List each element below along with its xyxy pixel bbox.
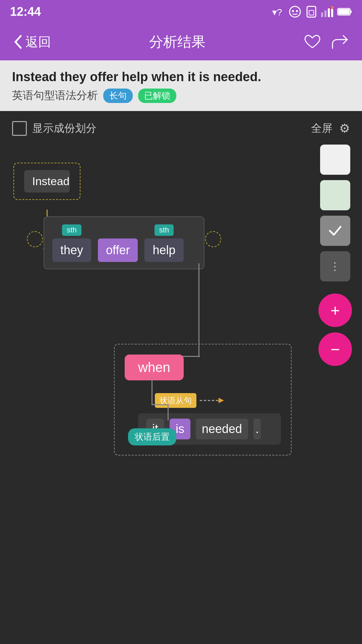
- svg-rect-6: [321, 12, 323, 17]
- they-word[interactable]: they: [52, 238, 91, 262]
- minus-icon: −: [330, 340, 340, 359]
- period-word: .: [253, 419, 261, 439]
- checkbox-label[interactable]: 显示成份划分: [12, 121, 97, 136]
- sentence-meta: 英语句型语法分析 长句 已解锁: [12, 88, 350, 103]
- status-icons: ▾?: [272, 6, 352, 18]
- badge-unlocked: 已解锁: [138, 89, 176, 103]
- gear-icon[interactable]: ⚙: [339, 121, 350, 136]
- page-title: 分析结果: [149, 33, 205, 51]
- status-time: 12:44: [10, 5, 41, 19]
- word-item-they: sth they: [52, 224, 91, 262]
- grammar-label: 英语句型语法分析: [12, 88, 98, 103]
- fullscreen-button[interactable]: 全屏: [311, 121, 333, 136]
- toolbar-row: 显示成份划分 全屏 ⚙: [0, 111, 362, 143]
- more-btn[interactable]: ⋮: [320, 251, 350, 281]
- offer-word[interactable]: offer: [98, 238, 138, 262]
- side-controls: ⋮ + −: [318, 145, 352, 366]
- svg-rect-14: [338, 9, 350, 14]
- placeholder-right: [205, 231, 221, 247]
- word-item-help: sth help: [144, 224, 183, 262]
- color-btn-lightgray[interactable]: [320, 180, 350, 210]
- sentence-text: Instead they offer help when it is neede…: [12, 70, 350, 84]
- adv-badge: 状语后置: [128, 428, 176, 445]
- color-btn-white[interactable]: [320, 145, 350, 175]
- sub-clause-row: 状语从句: [155, 393, 281, 408]
- svg-rect-5: [309, 10, 314, 15]
- back-label: 返回: [25, 34, 51, 51]
- svg-text:▾?: ▾?: [272, 7, 282, 17]
- sentence-header: Instead they offer help when it is neede…: [0, 60, 362, 111]
- svg-marker-19: [219, 398, 224, 403]
- svg-rect-4: [307, 6, 316, 17]
- top-actions: [304, 34, 349, 50]
- svg-point-1: [290, 6, 300, 17]
- canvas-area: 显示成份划分 全屏 ⚙ ⋮ + − Instead: [0, 111, 362, 597]
- checkbox-text: 显示成份划分: [32, 121, 97, 136]
- diagram: Instead 主句 sth they: [7, 143, 315, 579]
- heart-icon[interactable]: [304, 34, 321, 50]
- svg-point-3: [296, 10, 298, 12]
- step-line-1: [152, 378, 153, 405]
- app-icon: [288, 6, 302, 18]
- sub-clause-label: 状语从句: [155, 393, 196, 408]
- more-icon: ⋮: [329, 260, 341, 273]
- share-icon[interactable]: [331, 34, 349, 50]
- badge-long-sentence: 长句: [103, 89, 133, 103]
- svg-rect-13: [350, 10, 352, 13]
- placeholder-left: [27, 231, 43, 247]
- top-bar: 返回 分析结果: [0, 23, 362, 60]
- help-word[interactable]: help: [144, 238, 183, 262]
- conn-vert-line: [198, 263, 199, 357]
- svg-rect-8: [328, 8, 330, 17]
- main-sentence-box: sth they offer sth help: [44, 216, 204, 269]
- step-line-3: [168, 404, 169, 420]
- wifi-icon: ▾?: [272, 7, 284, 17]
- when-area: when 状语从句 it is needed . 状: [114, 344, 292, 455]
- help-tag: sth: [155, 224, 174, 236]
- svg-rect-7: [324, 10, 326, 17]
- sim-icon: [306, 6, 317, 18]
- show-division-checkbox[interactable]: [12, 121, 27, 136]
- word-item-offer: offer: [98, 224, 138, 262]
- svg-point-2: [292, 10, 294, 12]
- word-row: sth they offer sth help: [52, 224, 196, 262]
- when-word[interactable]: when: [125, 355, 184, 380]
- zoom-out-btn[interactable]: −: [318, 332, 352, 366]
- battery-icon: [337, 7, 352, 16]
- back-button[interactable]: 返回: [13, 34, 51, 51]
- they-tag: sth: [62, 224, 81, 236]
- status-bar: 12:44 ▾?: [0, 0, 362, 23]
- instead-word[interactable]: Instead: [24, 170, 70, 193]
- signal-icon: [321, 6, 333, 18]
- plus-icon: +: [330, 301, 340, 320]
- needed-word[interactable]: needed: [196, 419, 248, 439]
- zoom-in-btn[interactable]: +: [318, 293, 352, 327]
- toolbar-right: 全屏 ⚙: [311, 121, 350, 136]
- instead-dashed-box: Instead: [13, 163, 80, 200]
- checkmark-btn[interactable]: [320, 216, 350, 246]
- step-line-2: [152, 404, 168, 405]
